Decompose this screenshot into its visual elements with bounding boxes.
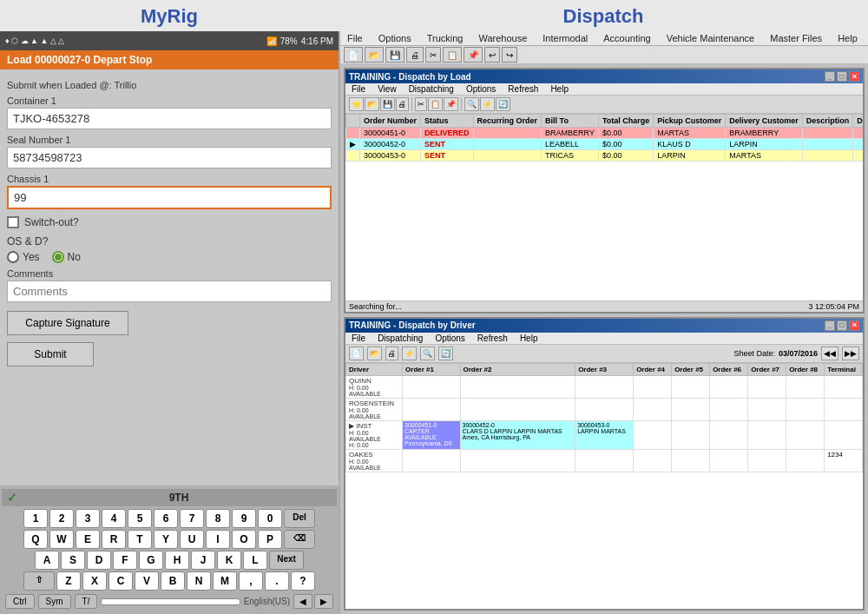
table-row[interactable]: QUINN H: 0.00 AVAILABLE — [346, 375, 863, 398]
table-row[interactable]: 30000453-0 SENT TRICAS $0.00 LARPIN MART… — [346, 150, 864, 162]
radio-yes-circle[interactable] — [7, 251, 19, 263]
radio-no-circle[interactable] — [52, 251, 64, 263]
key-8[interactable]: 8 — [206, 509, 230, 528]
key-x[interactable]: X — [82, 571, 107, 591]
win2-maximize[interactable]: □ — [837, 320, 847, 331]
key-v[interactable]: V — [135, 571, 159, 591]
key-left-arrow[interactable]: ◀ — [293, 594, 312, 609]
win2-minimize[interactable]: _ — [825, 320, 835, 331]
key-right-arrow[interactable]: ▶ — [314, 594, 333, 609]
comments-input[interactable] — [7, 281, 332, 302]
key-1[interactable]: 1 — [23, 509, 48, 528]
win2-menu-help[interactable]: Help — [517, 333, 541, 343]
key-del[interactable]: Del — [284, 509, 315, 528]
win1-menu-file[interactable]: File — [349, 84, 368, 94]
table-row[interactable]: ROSENSTEIN H: 0.00 AVAILABLE — [346, 398, 863, 420]
win2-tb-open[interactable]: 📂 — [367, 347, 382, 360]
key-s[interactable]: S — [61, 551, 85, 570]
win2-tb-refresh[interactable]: 🔄 — [438, 347, 453, 360]
submit-button[interactable]: Submit — [7, 342, 94, 366]
capture-signature-button[interactable]: Capture Signature — [7, 311, 128, 335]
win2-close[interactable]: ✕ — [849, 320, 859, 331]
key-5[interactable]: 5 — [128, 509, 152, 528]
seal1-input[interactable] — [7, 147, 332, 168]
key-7[interactable]: 7 — [180, 509, 204, 528]
menu-help[interactable]: Help — [834, 32, 861, 44]
toolbar-btn-undo[interactable]: ↩ — [484, 47, 500, 63]
toolbar-btn-open[interactable]: 📂 — [365, 47, 384, 63]
win2-tb-filter[interactable]: ⚡ — [402, 347, 417, 360]
win2-menu-options[interactable]: Options — [432, 333, 467, 343]
key-sym[interactable]: Sym — [38, 594, 71, 609]
toolbar-btn-print[interactable]: 🖨 — [406, 47, 424, 63]
win1-menu-dispatching[interactable]: Dispatching — [406, 84, 457, 94]
win1-tb-new[interactable]: ⭐ — [349, 97, 364, 111]
table-row[interactable]: ▶ 30000452-0 SENT LEABELL $0.00 KLAUS D … — [346, 139, 864, 150]
menu-trucking[interactable]: Trucking — [424, 32, 467, 44]
key-r[interactable]: R — [102, 530, 126, 549]
menu-intermodal[interactable]: Intermodal — [539, 32, 591, 44]
key-9[interactable]: 9 — [232, 509, 256, 528]
win2-tb-print[interactable]: 🖨 — [385, 347, 398, 360]
key-6[interactable]: 6 — [154, 509, 178, 528]
key-question[interactable]: ? — [291, 571, 315, 591]
win1-close[interactable]: ✕ — [849, 71, 859, 82]
toolbar-btn-cut[interactable]: ✂ — [425, 47, 441, 63]
container1-input[interactable] — [7, 108, 332, 129]
menu-masterfiles[interactable]: Master Files — [766, 32, 825, 44]
win1-tb-cut[interactable]: ✂ — [415, 97, 427, 111]
win1-tb-copy[interactable]: 📋 — [428, 97, 443, 111]
table-row[interactable]: 30000451-0 DELIVERED BRAMBERRY $0.00 MAR… — [346, 128, 864, 139]
key-l[interactable]: L — [243, 551, 267, 570]
key-emoji[interactable]: T/ — [75, 594, 98, 609]
chassis1-input[interactable] — [7, 186, 332, 209]
toolbar-btn-redo[interactable]: ↪ — [502, 47, 517, 63]
keyboard-check-icon[interactable]: ✓ — [7, 491, 17, 505]
key-backspace[interactable]: ⌫ — [284, 530, 315, 549]
key-next[interactable]: Next — [269, 551, 304, 570]
key-space[interactable] — [101, 598, 240, 605]
win2-next-date[interactable]: ▶▶ — [842, 347, 859, 360]
win1-tb-filter[interactable]: ⚡ — [480, 97, 495, 111]
menu-accounting[interactable]: Accounting — [600, 32, 654, 44]
win2-menu-refresh[interactable]: Refresh — [475, 333, 510, 343]
key-y[interactable]: Y — [154, 530, 178, 549]
key-p[interactable]: P — [258, 530, 282, 549]
key-3[interactable]: 3 — [76, 509, 100, 528]
key-comma[interactable]: , — [239, 571, 263, 591]
win1-menu-refresh[interactable]: Refresh — [505, 84, 541, 94]
win1-tb-paste[interactable]: 📌 — [444, 97, 458, 111]
key-w[interactable]: W — [49, 530, 74, 549]
toolbar-btn-new[interactable]: 📄 — [344, 47, 363, 63]
key-q[interactable]: Q — [23, 530, 48, 549]
key-b[interactable]: B — [161, 571, 185, 591]
key-z[interactable]: Z — [56, 571, 81, 591]
toolbar-btn-paste[interactable]: 📌 — [464, 47, 483, 63]
key-h[interactable]: H — [165, 551, 189, 570]
key-ctrl[interactable]: Ctrl — [5, 594, 35, 609]
win1-menu-view[interactable]: View — [375, 84, 399, 94]
key-m[interactable]: M — [213, 571, 237, 591]
key-i[interactable]: I — [206, 530, 230, 549]
key-j[interactable]: J — [191, 551, 215, 570]
switch-checkbox[interactable] — [7, 216, 19, 228]
win1-menu-options[interactable]: Options — [464, 84, 498, 94]
key-shift[interactable]: ⇧ — [23, 571, 55, 591]
win1-tb-print[interactable]: 🖨 — [396, 97, 409, 111]
win2-tb-search[interactable]: 🔍 — [420, 347, 435, 360]
toolbar-btn-copy[interactable]: 📋 — [443, 47, 462, 63]
key-a[interactable]: A — [35, 551, 59, 570]
key-2[interactable]: 2 — [49, 509, 74, 528]
win1-tb-open[interactable]: 📂 — [365, 97, 379, 111]
key-period[interactable]: . — [265, 571, 289, 591]
key-4[interactable]: 4 — [102, 509, 126, 528]
key-0[interactable]: 0 — [258, 509, 282, 528]
radio-no[interactable]: No — [52, 251, 81, 263]
win1-tb-refresh[interactable]: 🔄 — [496, 97, 510, 111]
win1-minimize[interactable]: _ — [825, 71, 835, 82]
key-c[interactable]: C — [108, 571, 133, 591]
win2-tb-new[interactable]: 📄 — [349, 347, 364, 360]
key-o[interactable]: O — [232, 530, 256, 549]
win1-tb-search[interactable]: 🔍 — [464, 97, 479, 111]
key-n[interactable]: N — [187, 571, 211, 591]
